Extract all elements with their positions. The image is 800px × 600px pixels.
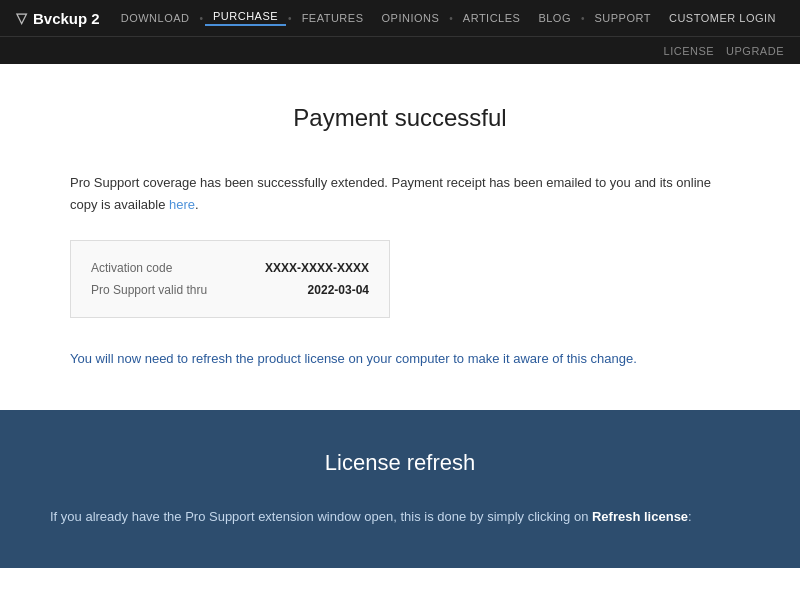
brand-logo[interactable]: ▽ Bvckup 2 [16,10,100,27]
activation-row: Activation code XXXX-XXXX-XXXX [91,257,369,279]
receipt-link[interactable]: here [169,197,195,212]
license-refresh-inner: License refresh If you already have the … [50,450,750,528]
license-refresh-title: License refresh [50,450,750,476]
nav-blog[interactable]: BLOG [530,12,579,24]
refresh-license-bold: Refresh license [592,509,688,524]
activation-value: XXXX-XXXX-XXXX [265,261,369,275]
logo-symbol: ▽ [16,10,27,26]
license-refresh-section: License refresh If you already have the … [0,410,800,568]
dot-1: • [199,13,203,24]
main-nav: ▽ Bvckup 2 DOWNLOAD • PURCHASE • FEATURE… [0,0,800,36]
nav-purchase[interactable]: PURCHASE [205,10,286,26]
nav-opinions[interactable]: OPINIONS [373,12,447,24]
license-refresh-desc-1: If you already have the Pro Support exte… [50,509,592,524]
subnav-upgrade[interactable]: UPGRADE [726,45,784,57]
nav-customer-login[interactable]: CUSTOMER LOGIN [661,12,784,24]
brand-name: Bvckup 2 [33,10,100,27]
license-refresh-text: If you already have the Pro Support exte… [50,506,750,528]
sub-nav: LICENSE UPGRADE [0,36,800,64]
page-title: Payment successful [70,104,730,132]
nav-download[interactable]: DOWNLOAD [113,12,198,24]
dot-3: • [449,13,453,24]
info-box: Activation code XXXX-XXXX-XXXX Pro Suppo… [70,240,390,318]
dot-2: • [288,13,292,24]
main-content: Payment successful Pro Support coverage … [50,64,750,410]
nav-support[interactable]: SUPPORT [586,12,658,24]
dot-4: • [581,13,585,24]
success-text-1: Pro Support coverage has been successful… [70,175,711,212]
activation-label: Activation code [91,261,172,275]
support-value: 2022-03-04 [308,283,369,297]
nav-links: DOWNLOAD • PURCHASE • FEATURES OPINIONS … [113,10,784,26]
nav-articles[interactable]: ARTICLES [455,12,529,24]
nav-features[interactable]: FEATURES [294,12,372,24]
license-refresh-desc-2: : [688,509,692,524]
support-label: Pro Support valid thru [91,283,207,297]
subnav-license[interactable]: LICENSE [664,45,715,57]
refresh-note: You will now need to refresh the product… [70,348,730,370]
success-message: Pro Support coverage has been successful… [70,172,730,216]
support-row: Pro Support valid thru 2022-03-04 [91,279,369,301]
